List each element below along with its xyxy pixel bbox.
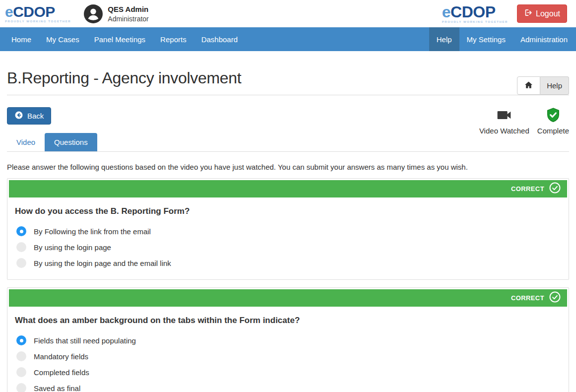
option-label: Mandatory fields xyxy=(34,352,88,361)
user-info: QES Admin Administrator xyxy=(84,4,148,23)
top-header: eCDOP PROUDLY WORKING TOGETHER QES Admin… xyxy=(0,0,576,27)
question-card-1: CORRECT How do you access the B. Reporti… xyxy=(7,178,569,280)
option-label: By Following the link from the email xyxy=(34,227,151,236)
logo-tagline: PROUDLY WORKING TOGETHER xyxy=(442,20,508,23)
nav-item-administration[interactable]: Administration xyxy=(513,27,575,51)
nav-item-dashboard[interactable]: Dashboard xyxy=(194,27,245,51)
back-arrow-icon xyxy=(14,111,23,121)
correct-label: CORRECT xyxy=(511,185,544,193)
radio-button[interactable] xyxy=(16,226,26,236)
answer-option[interactable]: Mandatory fields xyxy=(15,351,561,361)
tab-video[interactable]: Video xyxy=(7,133,45,151)
option-label: Fields that still need populating xyxy=(34,336,136,345)
page-title: B.Reporting - Agency involvement xyxy=(7,69,569,87)
question-card-2: CORRECT What does an amber background on… xyxy=(7,287,569,392)
question-text: How do you access the B. Reporting Form? xyxy=(15,206,561,216)
back-button[interactable]: Back xyxy=(7,107,51,125)
question-status-bar: CORRECT xyxy=(9,180,567,197)
option-label: By using the login page xyxy=(34,243,111,252)
complete-status: Complete xyxy=(537,107,569,135)
shield-check-icon xyxy=(545,107,561,125)
tab-bar: Video Questions xyxy=(7,133,569,152)
user-role: Administrator xyxy=(108,15,148,23)
breadcrumb-help-button[interactable]: Help xyxy=(540,76,569,95)
question-status-bar: CORRECT xyxy=(9,289,567,307)
status-label: Complete xyxy=(537,127,569,135)
correct-label: CORRECT xyxy=(511,294,544,302)
status-label: Video Watched xyxy=(479,127,529,135)
nav-item-panel-meetings[interactable]: Panel Meetings xyxy=(87,27,153,51)
app-logo[interactable]: eCDOP PROUDLY WORKING TOGETHER xyxy=(5,4,71,23)
tab-questions[interactable]: Questions xyxy=(45,133,97,151)
nav-item-home[interactable]: Home xyxy=(4,27,39,51)
nav-item-my-settings[interactable]: My Settings xyxy=(459,27,513,51)
radio-button[interactable] xyxy=(16,383,26,392)
question-text: What does an amber background on the tab… xyxy=(15,316,561,326)
options-list: Fields that still need populating Mandat… xyxy=(15,335,561,392)
radio-button[interactable] xyxy=(16,335,26,345)
video-watched-status: Video Watched xyxy=(479,107,529,135)
breadcrumb: Help xyxy=(517,76,569,95)
answer-option[interactable]: Saved as final xyxy=(15,383,561,392)
logo-tagline: PROUDLY WORKING TOGETHER xyxy=(5,20,71,23)
status-icons: Video Watched Complete xyxy=(479,107,569,135)
instructions-text: Please answer the following questions ba… xyxy=(7,163,569,171)
logout-button[interactable]: Logout xyxy=(517,4,567,23)
logo-text: eCDOP xyxy=(442,4,508,20)
nav-item-reports[interactable]: Reports xyxy=(153,27,194,51)
main-nav: HomeMy CasesPanel MeetingsReportsDashboa… xyxy=(0,27,576,51)
option-label: Saved as final xyxy=(34,384,80,392)
user-name: QES Admin xyxy=(108,5,148,13)
logo-text: eCDOP xyxy=(5,4,71,19)
radio-button[interactable] xyxy=(16,367,26,377)
home-button[interactable] xyxy=(517,76,540,95)
answer-option[interactable]: By using the login page xyxy=(15,242,561,252)
video-camera-icon xyxy=(496,107,512,125)
radio-button[interactable] xyxy=(16,351,26,361)
radio-button[interactable] xyxy=(16,258,26,268)
radio-button[interactable] xyxy=(16,242,26,252)
option-label: Completed fields xyxy=(34,368,89,377)
home-icon xyxy=(524,80,533,91)
answer-option[interactable]: By using the login page and the email li… xyxy=(15,258,561,268)
title-divider xyxy=(7,95,569,95)
options-list: By Following the link from the email By … xyxy=(15,226,561,268)
option-label: By using the login page and the email li… xyxy=(34,259,171,267)
answer-option[interactable]: Completed fields xyxy=(15,367,561,377)
logout-icon xyxy=(524,8,532,19)
check-circle-icon xyxy=(549,182,561,196)
nav-item-my-cases[interactable]: My Cases xyxy=(39,27,87,51)
answer-option[interactable]: Fields that still need populating xyxy=(15,335,561,345)
check-circle-icon xyxy=(549,291,561,305)
answer-option[interactable]: By Following the link from the email xyxy=(15,226,561,236)
app-logo-right: eCDOP PROUDLY WORKING TOGETHER xyxy=(442,4,508,23)
avatar xyxy=(84,4,103,23)
nav-item-help[interactable]: Help xyxy=(429,27,459,51)
